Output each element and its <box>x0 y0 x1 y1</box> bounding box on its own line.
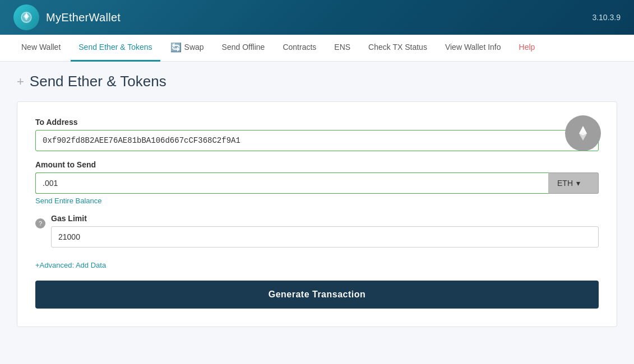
nav-send-ether[interactable]: Send Ether & Tokens <box>71 35 160 62</box>
amount-group: Amount to Send ETH ▾ Send Entire Balance <box>35 160 599 205</box>
gas-limit-label: Gas Limit <box>51 214 599 223</box>
token-dropdown-icon: ▾ <box>576 179 580 188</box>
gas-field: Gas Limit <box>51 214 599 248</box>
amount-row: ETH ▾ <box>35 172 599 194</box>
send-entire-balance-link[interactable]: Send Entire Balance <box>35 197 102 205</box>
nav-view-wallet[interactable]: View Wallet Info <box>437 35 509 62</box>
main-content: + Send Ether & Tokens To Address Amount … <box>0 62 634 338</box>
gas-limit-input[interactable] <box>51 226 599 248</box>
gas-row: ? Gas Limit <box>35 214 599 248</box>
app-logo <box>13 4 39 30</box>
to-address-label: To Address <box>35 118 599 127</box>
page-title: Send Ether & Tokens <box>30 73 166 90</box>
app-name: MyEtherWallet <box>46 11 121 24</box>
app-header: MyEtherWallet 3.10.3.9 <box>0 0 634 35</box>
app-version: 3.10.3.9 <box>592 13 621 22</box>
swap-icon: 🔄 <box>170 42 182 53</box>
nav-swap[interactable]: 🔄 Swap <box>163 35 212 62</box>
to-address-input[interactable] <box>35 130 599 151</box>
amount-label: Amount to Send <box>35 160 599 169</box>
token-select[interactable]: ETH ▾ <box>548 172 599 194</box>
to-address-group: To Address <box>35 118 599 151</box>
eth-logo <box>565 115 601 151</box>
nav-send-offline[interactable]: Send Offline <box>214 35 273 62</box>
gas-limit-group: ? Gas Limit <box>35 214 599 248</box>
gas-help-icon[interactable]: ? <box>35 218 45 228</box>
header-left: MyEtherWallet <box>13 4 121 30</box>
nav-new-wallet[interactable]: New Wallet <box>13 35 68 62</box>
page-header: + Send Ether & Tokens <box>17 73 617 90</box>
nav-help[interactable]: Help <box>511 35 543 62</box>
token-label: ETH <box>557 179 573 188</box>
send-form-card: To Address Amount to Send ETH ▾ Send Ent… <box>17 101 617 327</box>
amount-input[interactable] <box>35 172 548 194</box>
nav-check-tx[interactable]: Check TX Status <box>360 35 435 62</box>
generate-transaction-button[interactable]: Generate Transaction <box>35 281 599 309</box>
advanced-add-data-link[interactable]: +Advanced: Add Data <box>35 261 106 269</box>
nav-ens[interactable]: ENS <box>326 35 358 62</box>
page-title-plus: + <box>17 74 24 89</box>
nav-contracts[interactable]: Contracts <box>275 35 324 62</box>
main-nav: New Wallet Send Ether & Tokens 🔄 Swap Se… <box>0 35 634 62</box>
